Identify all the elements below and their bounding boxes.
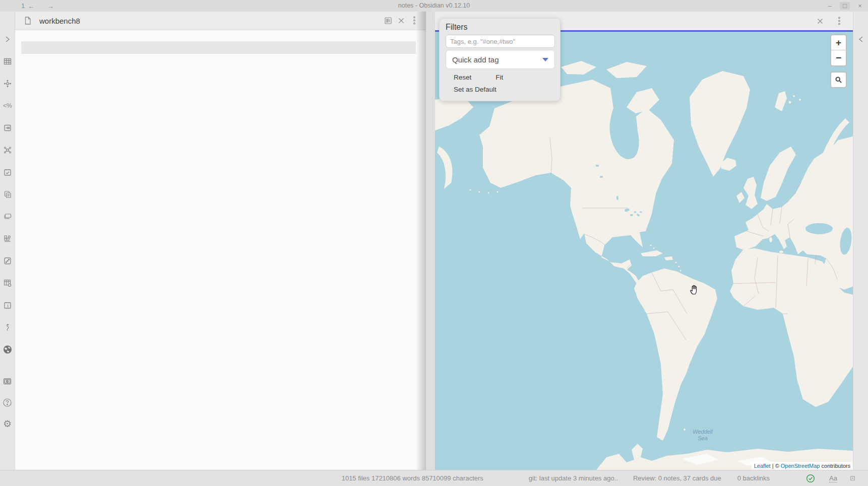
pan-move-icon[interactable] xyxy=(1,77,15,91)
syntax-toggle[interactable]: Aa xyxy=(829,474,837,482)
maximize-icon[interactable]: □ xyxy=(840,2,850,10)
backlinks-status: 0 backlinks xyxy=(737,474,770,482)
right-ribbon xyxy=(853,12,868,470)
magnifier-icon xyxy=(835,76,842,84)
dice-icon[interactable] xyxy=(1,254,15,268)
vault-image-icon[interactable] xyxy=(1,374,15,388)
collapse-right-sidebar-icon[interactable] xyxy=(854,32,868,46)
svg-text:1: 1 xyxy=(7,304,9,308)
chevron-down-icon xyxy=(542,58,548,61)
pane-divider[interactable] xyxy=(426,12,435,470)
file-icon xyxy=(21,14,34,27)
table-gear-icon[interactable] xyxy=(1,276,15,290)
reset-button[interactable]: Reset xyxy=(454,74,471,81)
map-attribution: Leaflet | © OpenStreetMap contributors xyxy=(752,462,853,470)
slides-icon[interactable] xyxy=(1,121,15,135)
osm-link[interactable]: OpenStreetMap xyxy=(781,463,820,469)
quick-add-tag-label: Quick add tag xyxy=(452,55,542,64)
table-icon[interactable] xyxy=(1,54,15,68)
review-status: Review: 0 notes, 37 cards due xyxy=(633,474,721,482)
workbench-pane: workbench8 xyxy=(15,12,426,470)
window-controls: – □ × xyxy=(825,0,865,12)
filters-title: Filters xyxy=(446,23,554,32)
empty-block xyxy=(21,41,416,54)
reading-view-icon[interactable] xyxy=(382,14,395,27)
pane-title: workbench8 xyxy=(39,17,382,25)
templater-icon[interactable]: <% xyxy=(1,99,15,113)
blocks-icon[interactable] xyxy=(1,232,15,246)
zoom-in-button[interactable]: + xyxy=(831,35,846,50)
map-more-options-icon[interactable] xyxy=(833,15,846,28)
filters-popover: Filters Quick add tag Reset Fit Set as D… xyxy=(439,18,561,101)
hand-cursor xyxy=(689,284,699,297)
sync-check-icon xyxy=(806,474,815,483)
tags-filter-input[interactable] xyxy=(446,35,555,48)
help-icon[interactable] xyxy=(1,395,15,409)
leaflet-link[interactable]: Leaflet xyxy=(754,463,771,469)
fit-button[interactable]: Fit xyxy=(495,74,503,81)
set-as-default-button[interactable]: Set as Default xyxy=(454,86,497,93)
calendar-day-icon[interactable]: 1 xyxy=(1,298,15,312)
card-stack-icon[interactable] xyxy=(1,210,15,224)
expand-sidebar-icon[interactable] xyxy=(1,32,15,46)
minimize-icon[interactable]: – xyxy=(825,2,835,10)
close-pane-icon[interactable] xyxy=(395,14,408,27)
svg-text:<%: <% xyxy=(3,102,12,109)
weddell-sea-label: Weddell Sea xyxy=(688,429,718,442)
word-count-status: 1015 files 17210806 words 85710099 chara… xyxy=(342,474,483,482)
note-editor[interactable] xyxy=(15,31,426,470)
zoom-out-button[interactable]: − xyxy=(831,50,846,65)
settings-gear-icon[interactable]: ⚙ xyxy=(1,416,15,431)
copy-files-icon[interactable] xyxy=(1,187,15,201)
close-map-pane-icon[interactable] xyxy=(814,15,827,28)
workbench-pane-header: workbench8 xyxy=(15,12,426,30)
pane-edge-shadow xyxy=(416,12,426,470)
graph-view-icon[interactable] xyxy=(1,143,15,157)
close-window-icon[interactable]: × xyxy=(855,2,865,10)
window-title: notes - Obsidian v0.12.10 xyxy=(0,0,868,12)
quick-add-tag-select[interactable]: Quick add tag xyxy=(446,50,555,69)
status-bar: 1015 files 17210806 words 85710099 chara… xyxy=(0,470,868,486)
titlebar: 1←→ notes - Obsidian v0.12.10 – □ × xyxy=(0,0,868,12)
calendar-check-icon[interactable] xyxy=(1,165,15,179)
hook-icon[interactable] xyxy=(1,320,15,334)
left-ribbon: <% 1 xyxy=(0,12,15,470)
globe-icon[interactable] xyxy=(1,342,15,357)
status-square-icon xyxy=(850,476,855,480)
map-zoom-control: + − xyxy=(830,34,847,66)
map-search-button[interactable] xyxy=(830,72,847,88)
git-status: git: last update 3 minutes ago.. xyxy=(529,474,618,482)
